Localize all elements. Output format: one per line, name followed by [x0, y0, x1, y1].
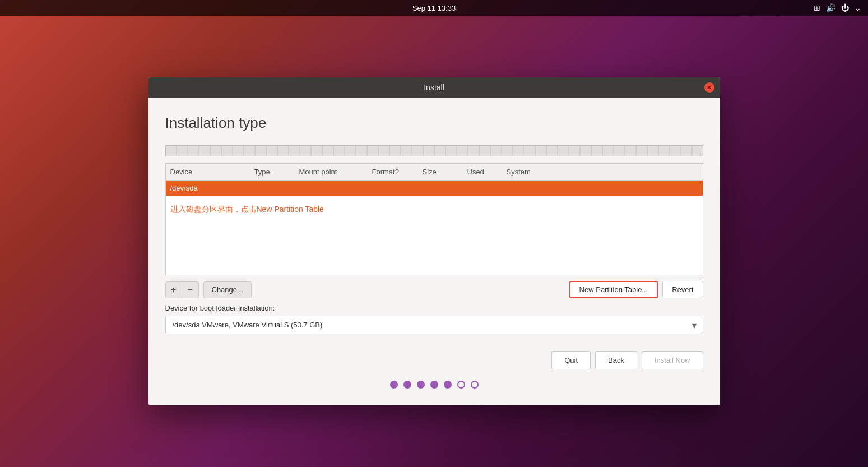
row-device: /dev/sda — [166, 181, 250, 196]
progress-dot-4 — [430, 381, 438, 389]
row-mount — [295, 181, 368, 196]
install-dialog: Install × Installation type Device Type … — [148, 77, 720, 405]
revert-button[interactable]: Revert — [662, 281, 703, 298]
dialog-title: Install — [424, 83, 444, 92]
page-title: Installation type — [165, 114, 703, 132]
panel-arrow-icon[interactable]: ⌄ — [855, 3, 861, 12]
partition-row-sda[interactable]: /dev/sda — [166, 181, 703, 196]
partition-action-buttons: New Partition Table... Revert — [569, 281, 703, 298]
row-size — [418, 181, 463, 196]
network-icon[interactable]: ⊞ — [814, 3, 820, 12]
bootloader-select-wrapper[interactable]: /dev/sda VMware, VMware Virtual S (53.7 … — [165, 316, 703, 334]
volume-icon[interactable]: 🔊 — [826, 3, 835, 12]
add-partition-button[interactable]: + — [165, 281, 182, 298]
bootloader-select[interactable]: /dev/sda VMware, VMware Virtual S (53.7 … — [165, 316, 703, 334]
back-button[interactable]: Back — [595, 351, 637, 369]
progress-dot-3 — [417, 381, 425, 389]
quit-button[interactable]: Quit — [551, 351, 591, 369]
bootloader-section: Device for boot loader installation: /de… — [165, 304, 703, 334]
row-system — [502, 181, 703, 196]
change-partition-button[interactable]: Change... — [203, 281, 252, 298]
progress-dot-1 — [390, 381, 398, 389]
progress-dots — [165, 369, 703, 394]
dialog-titlebar: Install × — [148, 77, 720, 98]
dialog-overlay: Install × Installation type Device Type … — [0, 16, 868, 467]
row-format — [368, 181, 418, 196]
disk-visualization-bar — [165, 145, 703, 156]
progress-dot-5 — [444, 381, 452, 389]
panel-center: Sep 11 13:33 — [412, 4, 456, 12]
power-icon[interactable]: ⏻ — [841, 3, 849, 12]
bootloader-label: Device for boot loader installation: — [165, 304, 703, 312]
partition-toolbar: + − Change... New Partition Table... Rev… — [165, 275, 703, 304]
column-size: Size — [418, 166, 463, 178]
instruction-text: 进入磁盘分区界面，点击New Partition Table — [166, 196, 703, 224]
column-used: Used — [463, 166, 502, 178]
column-system: System — [502, 166, 703, 178]
panel-right-icons: ⊞ 🔊 ⏻ ⌄ — [814, 3, 861, 12]
panel-datetime: Sep 11 13:33 — [412, 4, 456, 12]
progress-dot-7 — [471, 381, 479, 389]
row-used — [463, 181, 502, 196]
column-device: Device — [166, 166, 250, 178]
progress-dot-6 — [457, 381, 465, 389]
new-partition-table-button[interactable]: New Partition Table... — [569, 281, 658, 298]
install-now-button[interactable]: Install Now — [642, 351, 703, 369]
top-panel: Sep 11 13:33 ⊞ 🔊 ⏻ ⌄ — [0, 0, 868, 16]
dialog-content: Installation type Device Type Mount poin… — [148, 98, 720, 405]
partition-table: Device Type Mount point Format? Size Use… — [165, 163, 703, 275]
column-mount: Mount point — [295, 166, 368, 178]
nav-buttons: Quit Back Install Now — [165, 345, 703, 369]
dialog-close-button[interactable]: × — [704, 82, 714, 93]
column-type: Type — [250, 166, 295, 178]
column-format: Format? — [368, 166, 418, 178]
partition-table-header: Device Type Mount point Format? Size Use… — [166, 164, 703, 181]
remove-partition-button[interactable]: − — [182, 281, 199, 298]
row-type — [250, 181, 295, 196]
progress-dot-2 — [403, 381, 411, 389]
